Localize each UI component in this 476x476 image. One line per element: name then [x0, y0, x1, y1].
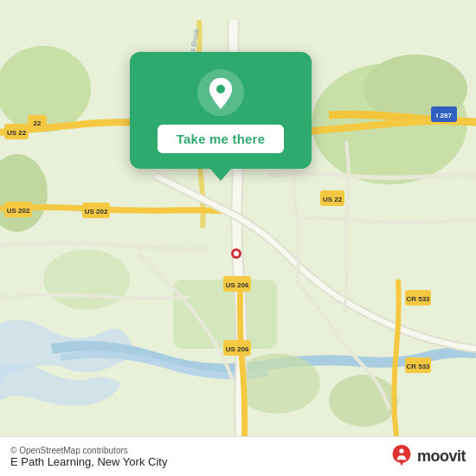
map-container: US 22 22 US 22 I 287 US 202 US 202 US 20…	[0, 0, 476, 476]
svg-text:CR 533: CR 533	[406, 363, 430, 370]
take-me-there-button[interactable]: Take me there	[158, 125, 284, 153]
svg-text:US 202: US 202	[85, 208, 108, 215]
svg-point-36	[399, 448, 403, 453]
svg-point-8	[43, 249, 130, 310]
location-popup: Take me there	[130, 52, 312, 169]
location-info: © OpenStreetMap contributors E Path Lear…	[10, 446, 167, 468]
svg-text:US 22: US 22	[7, 129, 27, 137]
svg-text:US 202: US 202	[7, 207, 30, 215]
moovit-brand-icon	[389, 445, 414, 469]
bottom-bar: © OpenStreetMap contributors E Path Lear…	[0, 436, 476, 476]
svg-text:US 206: US 206	[226, 281, 249, 289]
svg-text:22: 22	[34, 119, 42, 127]
svg-text:US 206: US 206	[226, 345, 249, 353]
svg-text:US 22: US 22	[323, 196, 343, 203]
moovit-wordmark: moovit	[417, 447, 466, 466]
svg-text:I 287: I 287	[436, 112, 452, 119]
svg-point-31	[234, 251, 239, 256]
moovit-logo: moovit	[389, 445, 466, 469]
pin-icon	[197, 69, 244, 116]
svg-text:CR 533: CR 533	[406, 295, 430, 303]
location-label: E Path Learning, New York City	[10, 455, 167, 468]
svg-point-34	[216, 85, 225, 93]
attribution-text: © OpenStreetMap contributors	[10, 446, 167, 455]
